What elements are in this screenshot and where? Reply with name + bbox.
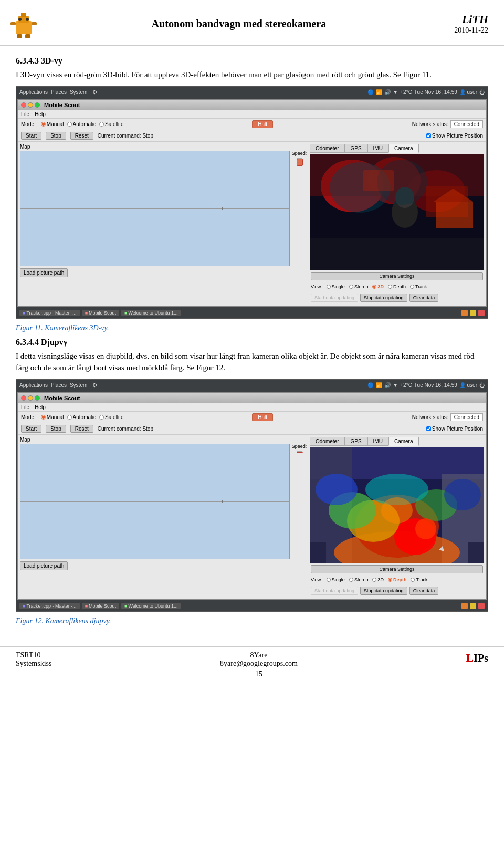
ubuntu-apps-menu[interactable]: Applications xyxy=(19,89,48,95)
mode-satellite-2[interactable]: Satellite xyxy=(99,414,124,420)
taskbar-ubuntu-2[interactable]: ■ Welcome to Ubuntu 1... xyxy=(121,603,181,609)
map-tick-1 xyxy=(88,207,88,210)
tab-imu-1[interactable]: IMU xyxy=(368,144,388,153)
stop-data-btn-2[interactable]: Stop data updating xyxy=(360,587,407,595)
reset-button-2[interactable]: Reset xyxy=(70,425,93,433)
cam-settings-button-1[interactable]: Camera Settings xyxy=(311,272,483,280)
view-3d-2[interactable]: 3D xyxy=(372,577,384,582)
stop-data-btn-1[interactable]: Stop data updating xyxy=(360,294,407,302)
maximize-btn[interactable] xyxy=(35,102,40,108)
speed-slider-2[interactable] xyxy=(297,451,302,452)
close-btn-2[interactable] xyxy=(21,395,26,401)
minimize-btn[interactable] xyxy=(28,102,33,108)
tab-gps-2[interactable]: GPS xyxy=(344,437,367,446)
speed-thumb-2[interactable] xyxy=(297,452,303,453)
reset-button-1[interactable]: Reset xyxy=(70,132,93,140)
mode-satellite-radio-1[interactable] xyxy=(99,122,104,127)
show-pos-check-1[interactable]: Show Picture Position xyxy=(426,133,483,139)
ubuntu-system-menu[interactable]: System xyxy=(70,89,87,95)
close-btn[interactable] xyxy=(21,102,26,108)
taskbar-btn-orange-1[interactable] xyxy=(461,310,468,316)
mode-auto-1[interactable]: Automatic xyxy=(67,121,96,127)
load-path-button-2[interactable]: Load picture path xyxy=(20,561,68,570)
mode-auto-radio-2[interactable] xyxy=(67,415,72,420)
app-window-2: Mobile Scout File Help Mode: Manual Auto… xyxy=(17,392,487,600)
show-pos-check-2[interactable]: Show Picture Position xyxy=(426,426,483,432)
view-single-2[interactable]: Single xyxy=(327,577,345,582)
minimize-btn-2[interactable] xyxy=(28,395,33,401)
footer-systemskiss: Systemskiss xyxy=(16,660,51,668)
mode-satellite-radio-2[interactable] xyxy=(99,415,104,420)
view-stereo-1[interactable]: Stereo xyxy=(349,284,369,289)
tab-camera-2[interactable]: Camera xyxy=(388,437,419,446)
view-track-1[interactable]: Track xyxy=(410,284,427,289)
ubuntu-places-menu-2[interactable]: Places xyxy=(51,382,67,388)
taskbar-tracker-1[interactable]: ■ Tracker.cpp - Master -... xyxy=(19,310,80,316)
show-pos-checkbox-2[interactable] xyxy=(426,426,431,431)
view-depth-1[interactable]: Depth xyxy=(388,284,406,289)
taskbar-tracker-2[interactable]: ■ Tracker.cpp - Master -... xyxy=(19,603,80,609)
clear-data-btn-2[interactable]: Clear data xyxy=(410,587,439,595)
ubuntu-taskbar-1: ■ Tracker.cpp - Master -... ■ Mobile Sco… xyxy=(16,308,488,318)
speed-slider-1[interactable] xyxy=(297,158,302,159)
tab-odometer-2[interactable]: Odometer xyxy=(310,437,344,446)
footer-8yare: 8Yare xyxy=(220,651,298,660)
menu-file-1[interactable]: File xyxy=(21,111,29,117)
footer-email: 8yare@googlegroups.com xyxy=(220,660,298,668)
taskbar-btn-yellow-1[interactable] xyxy=(470,310,476,316)
stop-button-1[interactable]: Stop xyxy=(46,132,66,140)
mode-satellite-1[interactable]: Satellite xyxy=(99,121,124,127)
taskbar-mobilescout-1[interactable]: ■ Mobile Scout xyxy=(82,310,119,316)
view-stereo-2[interactable]: Stereo xyxy=(349,577,369,582)
view-depth-2[interactable]: Depth xyxy=(388,577,407,582)
page-header: Autonom bandvagn med stereokamera LiTH 2… xyxy=(0,0,504,46)
mode-auto-radio-1[interactable] xyxy=(67,122,72,127)
mode-manual-2[interactable]: Manual xyxy=(41,414,64,420)
show-pos-checkbox-1[interactable] xyxy=(426,133,431,138)
start-data-btn-2[interactable]: Start data updating xyxy=(311,587,358,595)
tab-camera-1[interactable]: Camera xyxy=(388,144,419,153)
taskbar-btn-red-2[interactable] xyxy=(478,603,485,609)
mode-manual-radio-2[interactable] xyxy=(41,415,46,420)
menu-help-1[interactable]: Help xyxy=(35,111,46,117)
ubuntu-places-menu[interactable]: Places xyxy=(51,89,67,95)
svg-rect-37 xyxy=(468,542,484,563)
start-button-2[interactable]: Start xyxy=(21,425,41,433)
maximize-btn-2[interactable] xyxy=(35,395,40,401)
stop-button-2[interactable]: Stop xyxy=(46,425,66,433)
halt-button-1[interactable]: Halt xyxy=(252,120,273,128)
mode-manual-radio-1[interactable] xyxy=(41,122,46,127)
speed-thumb-1[interactable] xyxy=(297,159,303,166)
clear-data-btn-1[interactable]: Clear data xyxy=(410,294,439,302)
camera-btns-2: Start data updating Stop data updating C… xyxy=(311,587,483,595)
map-tick-6 xyxy=(222,500,223,503)
network-status-area-1: Network status: Connected xyxy=(412,120,483,128)
section-344-text: I detta visningsläge visas en djupbild, … xyxy=(16,350,488,374)
tab-gps-1[interactable]: GPS xyxy=(344,144,367,153)
halt-button-2[interactable]: Halt xyxy=(252,413,273,421)
taskbar-btn-orange-2[interactable] xyxy=(461,603,468,609)
taskbar-ubuntu-1[interactable]: ■ Welcome to Ubuntu 1... xyxy=(121,310,181,316)
footer-lips: LIPs xyxy=(466,651,488,665)
tab-odometer-1[interactable]: Odometer xyxy=(310,144,344,153)
view-single-1[interactable]: Single xyxy=(327,284,345,289)
view-3d-1[interactable]: 3D xyxy=(372,284,384,289)
ubuntu-system-menu-2[interactable]: System xyxy=(70,382,87,388)
load-path-button-1[interactable]: Load picture path xyxy=(20,268,68,277)
start-button-1[interactable]: Start xyxy=(21,132,41,140)
section-343-heading: 6.3.4.3 3D-vy xyxy=(16,56,488,66)
svg-rect-7 xyxy=(17,34,22,38)
start-data-btn-1[interactable]: Start data updating xyxy=(311,294,358,302)
menu-file-2[interactable]: File xyxy=(21,404,29,410)
taskbar-mobilescout-2[interactable]: ■ Mobile Scout xyxy=(82,603,119,609)
cam-settings-button-2[interactable]: Camera Settings xyxy=(311,565,483,573)
mode-manual-1[interactable]: Manual xyxy=(41,121,64,127)
mode-auto-2[interactable]: Automatic xyxy=(67,414,96,420)
ubuntu-apps-menu-2[interactable]: Applications xyxy=(19,382,48,388)
tab-imu-2[interactable]: IMU xyxy=(368,437,388,446)
menu-help-2[interactable]: Help xyxy=(35,404,46,410)
taskbar-btn-red-1[interactable] xyxy=(478,310,485,316)
taskbar-btn-yellow-2[interactable] xyxy=(470,603,476,609)
app-main-1: Map xyxy=(18,142,486,306)
view-track-2[interactable]: Track xyxy=(411,577,427,582)
